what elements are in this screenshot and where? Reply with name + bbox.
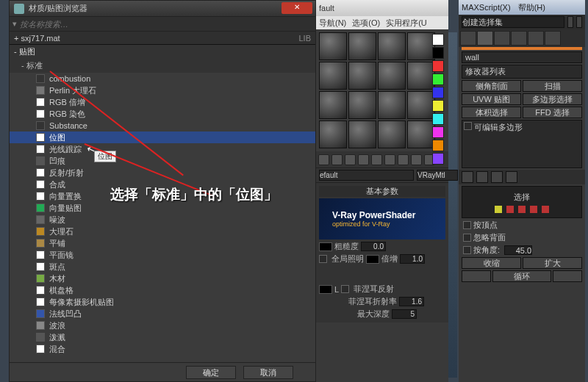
roughness-input[interactable] xyxy=(361,242,386,251)
sample-slot[interactable] xyxy=(407,32,435,60)
modifier-stack[interactable]: 可编辑多边形 xyxy=(462,120,582,168)
map-type-item[interactable]: 光线跟踪 xyxy=(10,143,315,155)
palette-swatch[interactable] xyxy=(432,47,444,59)
tab-create[interactable] xyxy=(460,31,476,46)
map-type-item[interactable]: 木材 xyxy=(10,273,315,284)
palette-swatch[interactable] xyxy=(432,100,444,112)
mateditor-menubar[interactable]: 导航(N) 选项(O) 实用程序(U xyxy=(316,16,448,29)
sample-slot[interactable] xyxy=(319,120,347,148)
tool-icon[interactable] xyxy=(476,171,488,183)
border-icon[interactable] xyxy=(518,206,526,213)
map-type-item[interactable]: 平铺 xyxy=(10,237,315,249)
mod-button[interactable]: 侧角剖面 xyxy=(462,80,521,92)
edge-icon[interactable] xyxy=(506,206,514,213)
object-name[interactable]: wall xyxy=(462,51,582,63)
map-type-item[interactable]: 每像素摄影机贴图 xyxy=(10,296,315,308)
palette-swatch[interactable] xyxy=(432,113,444,125)
tool-icon[interactable] xyxy=(411,154,422,165)
material-type-button[interactable] xyxy=(417,170,458,181)
tool-icon[interactable] xyxy=(398,154,409,165)
menu-nav[interactable]: 导航(N) xyxy=(319,18,346,29)
palette-swatch[interactable] xyxy=(432,73,444,85)
mod-button[interactable]: FFD 选择 xyxy=(523,107,582,118)
palette-swatch[interactable] xyxy=(432,140,444,151)
ok-button[interactable]: 确定 xyxy=(186,366,236,379)
map-type-item[interactable]: RGB 染色 xyxy=(10,108,315,120)
stack-toggle[interactable] xyxy=(464,122,472,130)
browser-titlebar[interactable]: 材质/贴图浏览器 ✕ xyxy=(10,1,315,17)
fresnel-ior-input[interactable] xyxy=(399,297,424,306)
group-maps[interactable]: - 贴图 xyxy=(10,45,315,59)
vertex-icon[interactable] xyxy=(495,206,502,213)
sample-slot[interactable] xyxy=(407,120,435,148)
tool-icon[interactable] xyxy=(371,154,382,165)
library-path-row[interactable]: + sxj717.mat LIB xyxy=(10,32,315,45)
color-swatch[interactable] xyxy=(319,285,332,294)
tool-icon[interactable] xyxy=(331,154,343,165)
map-type-item[interactable]: 凹痕 xyxy=(10,155,315,167)
tool-icon[interactable] xyxy=(318,154,329,165)
sample-slot[interactable] xyxy=(407,62,435,90)
maxdepth-input[interactable] xyxy=(392,309,417,319)
map-type-item[interactable]: 位图 xyxy=(10,131,315,143)
close-button[interactable]: ✕ xyxy=(282,2,312,14)
menu-maxscript[interactable]: MAXScript(X) xyxy=(462,3,511,12)
mod-button[interactable]: 体积选择 xyxy=(462,107,521,118)
ring-prev[interactable] xyxy=(462,270,491,282)
mod-button[interactable]: UVW 贴图 xyxy=(462,93,521,105)
map-type-item[interactable]: 泼溅 xyxy=(10,331,315,343)
tool-icon[interactable] xyxy=(345,154,356,165)
map-type-item[interactable]: 平面镜 xyxy=(10,249,315,261)
menu-help[interactable]: 帮助(H) xyxy=(518,2,545,13)
tab-utilities[interactable] xyxy=(545,31,561,46)
mod-button[interactable]: 扫描 xyxy=(523,80,582,92)
sample-slot[interactable] xyxy=(348,91,376,119)
gi-checkbox[interactable] xyxy=(319,255,327,263)
tool-icon[interactable] xyxy=(462,171,473,183)
map-type-item[interactable]: 大理石 xyxy=(10,226,315,237)
element-icon[interactable] xyxy=(542,206,549,213)
tool-icon[interactable] xyxy=(567,16,573,28)
map-type-item[interactable]: 噪波 xyxy=(10,214,315,226)
selection-set-dropdown[interactable] xyxy=(462,16,564,28)
mateditor-titlebar[interactable]: fault xyxy=(316,0,448,16)
color-swatch[interactable] xyxy=(319,242,332,251)
material-name-input[interactable] xyxy=(319,170,414,181)
sample-slot[interactable] xyxy=(407,91,435,119)
cancel-button[interactable]: 取消 xyxy=(243,366,293,379)
sample-slot[interactable] xyxy=(378,91,406,119)
poly-icon[interactable] xyxy=(530,206,537,213)
by-angle-checkbox[interactable] xyxy=(463,246,471,254)
sample-slot[interactable] xyxy=(378,120,406,148)
group-standard[interactable]: - 标准 xyxy=(10,59,315,73)
menu-util[interactable]: 实用程序(U xyxy=(386,18,427,29)
tool-icon[interactable] xyxy=(491,171,503,183)
grow-button[interactable]: 扩大 xyxy=(523,257,582,269)
by-angle-input[interactable] xyxy=(504,245,532,255)
sample-slot[interactable] xyxy=(319,91,347,119)
by-vertex-checkbox[interactable] xyxy=(463,221,471,229)
map-type-item[interactable]: 斑点 xyxy=(10,261,315,273)
sample-slot[interactable] xyxy=(348,32,376,60)
map-type-item[interactable]: 波浪 xyxy=(10,320,315,331)
fresnel-checkbox[interactable] xyxy=(341,285,349,293)
map-type-item[interactable]: RGB 倍增 xyxy=(10,96,315,108)
tool-icon[interactable] xyxy=(506,171,517,183)
mod-button[interactable]: 多边形选择 xyxy=(523,93,582,105)
sample-slot[interactable] xyxy=(348,120,376,148)
palette-swatch[interactable] xyxy=(432,87,444,98)
tool-icon[interactable] xyxy=(576,16,582,28)
tab-modify[interactable] xyxy=(477,31,493,46)
search-input[interactable] xyxy=(20,20,312,29)
modifier-list-dropdown[interactable]: 修改器列表 xyxy=(462,65,582,79)
sample-slot[interactable] xyxy=(319,32,347,60)
mult-input[interactable] xyxy=(400,254,425,264)
tool-icon[interactable] xyxy=(384,154,395,165)
sample-slot[interactable] xyxy=(378,32,406,60)
sample-slot[interactable] xyxy=(348,62,376,90)
color-swatch[interactable] xyxy=(366,255,379,264)
menu-options[interactable]: 选项(O) xyxy=(352,18,380,29)
map-type-item[interactable]: Substance xyxy=(10,120,315,131)
shrink-button[interactable]: 收缩 xyxy=(462,257,521,269)
palette-swatch[interactable] xyxy=(432,153,444,165)
